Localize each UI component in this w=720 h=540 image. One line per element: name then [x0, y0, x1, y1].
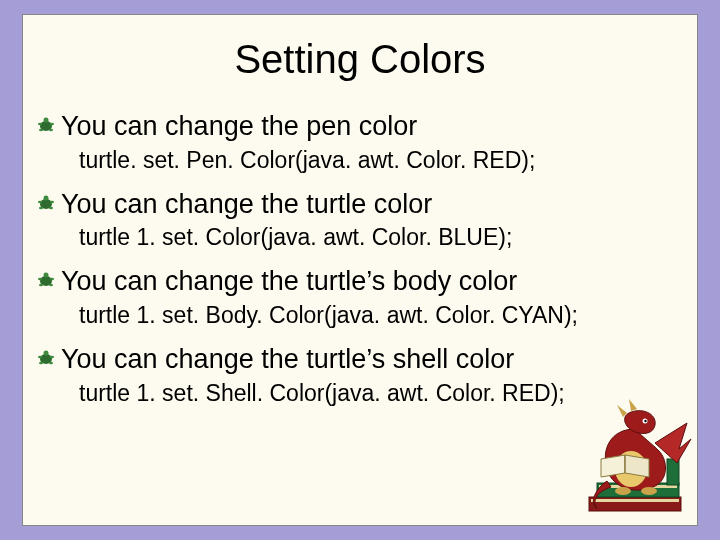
svg-point-34 [641, 487, 657, 495]
svg-rect-25 [591, 499, 679, 502]
svg-point-3 [50, 123, 54, 125]
slide-content: You can change the pen color turtle. set… [23, 110, 697, 409]
bullet-text: You can change the pen color [61, 111, 417, 141]
svg-point-31 [644, 420, 646, 422]
bullet-code: turtle 1. set. Body. Color(java. awt. Co… [79, 301, 679, 331]
svg-point-1 [44, 118, 49, 123]
svg-point-4 [39, 129, 43, 131]
svg-point-15 [50, 278, 54, 280]
svg-point-21 [50, 356, 54, 358]
svg-point-13 [44, 273, 49, 278]
dragon-books-art [571, 399, 701, 529]
turtle-bullet-icon [37, 194, 55, 212]
slide-frame: Setting Colors You can change the pen co… [22, 14, 698, 526]
svg-point-17 [49, 284, 53, 286]
turtle-bullet-icon [37, 349, 55, 367]
bullet-lead: You can change the turtle color [61, 188, 679, 222]
bullet-lead: You can change the turtle’s body color [61, 265, 679, 299]
svg-point-22 [39, 362, 43, 364]
bullet-text: You can change the turtle’s body color [61, 266, 517, 296]
svg-point-19 [44, 350, 49, 355]
svg-point-33 [615, 487, 631, 495]
svg-point-20 [38, 356, 42, 358]
svg-point-8 [38, 200, 42, 202]
svg-point-2 [38, 123, 42, 125]
bullet-item: You can change the turtle color turtle 1… [61, 188, 679, 254]
svg-point-11 [49, 206, 53, 208]
slide-title: Setting Colors [23, 37, 697, 82]
bullet-code: turtle. set. Pen. Color(java. awt. Color… [79, 146, 679, 176]
turtle-bullet-icon [37, 116, 55, 134]
turtle-bullet-icon [37, 271, 55, 289]
svg-point-16 [39, 284, 43, 286]
bullet-text: You can change the turtle’s shell color [61, 344, 514, 374]
bullet-code: turtle 1. set. Color(java. awt. Color. B… [79, 223, 679, 253]
bullet-item: You can change the pen color turtle. set… [61, 110, 679, 176]
svg-point-23 [49, 362, 53, 364]
svg-point-10 [39, 206, 43, 208]
svg-point-5 [49, 129, 53, 131]
svg-point-7 [44, 195, 49, 200]
bullet-text: You can change the turtle color [61, 189, 432, 219]
bullet-item: You can change the turtle’s body color t… [61, 265, 679, 331]
svg-point-14 [38, 278, 42, 280]
bullet-lead: You can change the pen color [61, 110, 679, 144]
bullet-lead: You can change the turtle’s shell color [61, 343, 679, 377]
svg-point-9 [50, 200, 54, 202]
